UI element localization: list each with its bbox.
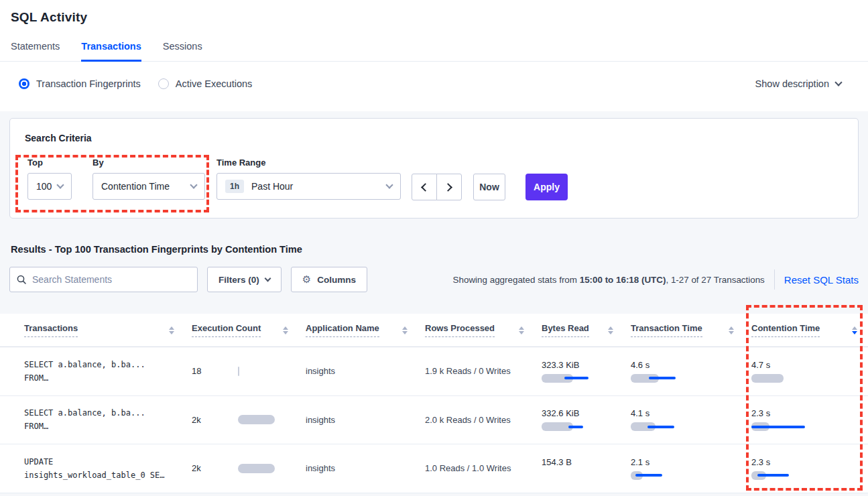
execution-count-bar (238, 367, 239, 376)
table-header-row: TransactionsExecution CountApplication N… (0, 314, 868, 347)
by-select[interactable]: Contention Time (92, 173, 205, 200)
tab-sessions[interactable]: Sessions (163, 41, 202, 62)
columns-button[interactable]: ⚙ Columns (291, 267, 367, 292)
contention-time-cell: 2.3 s (751, 408, 861, 431)
column-header-contention-time[interactable]: Contention Time (751, 323, 861, 337)
query-line-2: insights_workload_table_0 SE… (24, 469, 192, 482)
sort-ascending-icon (608, 326, 613, 330)
contention-time-bar (751, 374, 800, 383)
next-time-button[interactable] (436, 174, 462, 200)
sort-descending-icon (169, 331, 174, 334)
transaction-query-link[interactable]: UPDATEinsights_workload_table_0 SE… (24, 455, 192, 482)
page-header: SQL Activity (0, 0, 868, 25)
vertical-divider (774, 269, 775, 290)
column-header-bytes-read[interactable]: Bytes Read (542, 323, 631, 337)
transaction-time-value: 4.1 s (631, 408, 751, 418)
show-description-toggle[interactable]: Show description (755, 78, 857, 89)
previous-time-button[interactable] (412, 174, 437, 200)
contention-time-bar (751, 422, 800, 431)
radio-label: Active Executions (176, 78, 252, 89)
apply-button[interactable]: Apply (525, 174, 568, 200)
chevron-down-icon (385, 181, 393, 188)
column-header-transaction-time[interactable]: Transaction Time (631, 323, 751, 337)
transaction-time-bar (631, 471, 679, 480)
radio-unselected-icon[interactable] (158, 78, 169, 89)
rows-processed-value: 1.0 Reads / 1.0 Writes (425, 463, 511, 473)
time-range-value: Past Hour (251, 181, 293, 192)
table-row: UPDATEinsights_workload_table_0 SE…2kins… (0, 444, 868, 493)
query-line-1: SELECT a.balance, b.ba... (24, 406, 192, 420)
contention-time-value: 2.3 s (751, 408, 861, 418)
contention-time-value: 2.3 s (751, 457, 861, 467)
sort-descending-icon (852, 331, 857, 334)
transaction-time-bar (631, 374, 679, 383)
transaction-time-cell: 2.1 s (631, 457, 751, 480)
reset-sql-stats-link[interactable]: Reset SQL Stats (784, 274, 859, 286)
sort-arrows-icon (283, 326, 288, 334)
bytes-read-bar (542, 471, 590, 480)
chevron-down-icon (834, 78, 842, 86)
transaction-time-bar-marker (647, 426, 674, 428)
tab-statements[interactable]: Statements (11, 41, 60, 62)
results-heading: Results - Top 100 Transaction Fingerprin… (9, 244, 859, 255)
column-header-label: Application Name (306, 323, 379, 337)
transaction-time-cell: 4.1 s (631, 408, 751, 431)
now-button[interactable]: Now (473, 174, 505, 200)
table-row: SELECT a.balance, b.ba...FROM…18insights… (0, 347, 868, 396)
top-select[interactable]: 100 (27, 173, 72, 200)
bytes-read-value: 332.6 KiB (542, 408, 631, 418)
columns-label: Columns (317, 275, 356, 285)
sort-descending-icon (729, 331, 734, 334)
transaction-query-link[interactable]: SELECT a.balance, b.ba...FROM… (24, 406, 192, 433)
top-field-group: Top 100 (27, 158, 72, 200)
apply-button-group: Apply (525, 174, 568, 200)
now-button-group: Now (473, 174, 505, 200)
radio-transaction-fingerprints[interactable]: Transaction Fingerprints (19, 78, 141, 89)
contention-time-bar-marker (751, 426, 805, 428)
sort-descending-icon (519, 331, 524, 334)
radio-selected-icon[interactable] (19, 78, 29, 89)
tab-transactions[interactable]: Transactions (81, 41, 141, 62)
sort-ascending-icon (729, 326, 734, 330)
show-description-label: Show description (755, 78, 829, 89)
sort-ascending-icon (519, 326, 524, 330)
search-criteria-card: Search Criteria Top 100 By Contention Ti… (9, 118, 859, 219)
search-statements-input[interactable] (32, 274, 190, 285)
search-criteria-heading: Search Criteria (25, 133, 92, 143)
column-header-application-name[interactable]: Application Name (306, 323, 425, 337)
contention-time-cell: 2.3 s (751, 457, 861, 480)
sort-ascending-icon (169, 326, 174, 330)
application-name-value: insights (306, 366, 335, 376)
transaction-time-value: 2.1 s (631, 457, 751, 467)
contention-time-cell: 4.7 s (751, 360, 861, 383)
rows-processed-value: 2.0 k Reads / 0 Writes (425, 415, 511, 425)
rows-processed-cell: 1.0 Reads / 1.0 Writes (425, 463, 542, 473)
search-icon (17, 275, 26, 284)
filters-button[interactable]: Filters (0) (207, 267, 282, 292)
sort-arrows-icon (608, 326, 613, 334)
execution-count-value: 2k (192, 415, 238, 425)
sql-activity-page: SQL Activity Statements Transactions Ses… (0, 0, 868, 496)
column-header-label: Transactions (24, 323, 78, 337)
chevron-left-icon (421, 183, 430, 192)
time-range-select[interactable]: 1h Past Hour (216, 173, 401, 200)
column-header-rows-processed[interactable]: Rows Processed (425, 323, 542, 337)
execution-count-cell: 2k (192, 415, 306, 425)
chevron-down-icon (56, 181, 64, 188)
column-header-transactions[interactable]: Transactions (24, 323, 192, 337)
column-header-label: Bytes Read (542, 323, 589, 337)
transaction-query-link[interactable]: SELECT a.balance, b.ba...FROM… (24, 358, 192, 385)
bytes-read-cell: 332.6 KiB (542, 408, 631, 431)
column-header-execution-count[interactable]: Execution Count (192, 323, 306, 337)
execution-count-cell: 18 (192, 366, 306, 376)
application-name-cell: insights (306, 463, 425, 473)
chevron-right-icon (444, 183, 452, 192)
transactions-table: TransactionsExecution CountApplication N… (0, 314, 868, 493)
radio-active-executions[interactable]: Active Executions (158, 78, 252, 89)
query-line-2: FROM… (24, 420, 192, 433)
by-field-group: By Contention Time (92, 158, 205, 200)
sort-descending-icon (402, 331, 408, 334)
transaction-time-bar-marker (635, 474, 662, 477)
column-header-label: Rows Processed (425, 323, 495, 337)
transaction-time-value: 4.6 s (631, 360, 751, 370)
